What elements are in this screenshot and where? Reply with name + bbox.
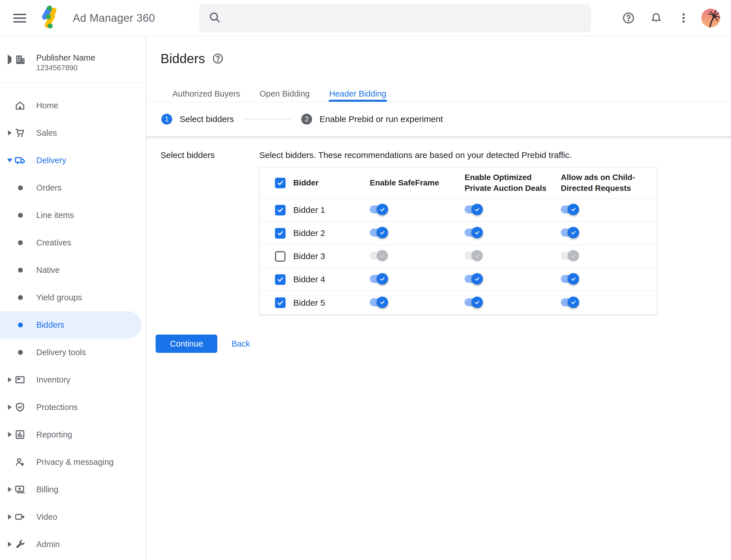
truck-icon	[14, 155, 26, 166]
expand-arrow-icon[interactable]	[7, 130, 13, 135]
sidebar-item-admin[interactable]: Admin	[0, 531, 146, 558]
notifications-icon[interactable]	[648, 10, 664, 26]
bidder-name: Bidder 2	[293, 228, 325, 238]
sidebar-item-delivery[interactable]: Delivery	[0, 147, 146, 174]
column-header-safeframe: Enable SafeFrame	[370, 177, 464, 188]
sidebar-item-billing[interactable]: Billing	[0, 476, 146, 503]
app-title: Ad Manager 360	[73, 0, 155, 36]
step-label: Select bidders	[180, 114, 234, 124]
select-all-checkbox[interactable]	[275, 178, 286, 188]
wrench-icon	[14, 539, 26, 550]
more-options-icon[interactable]	[676, 10, 692, 26]
bidder-name: Bidder 1	[293, 205, 325, 215]
bidder-name: Bidder 3	[293, 251, 325, 261]
expand-arrow-icon[interactable]	[7, 377, 13, 382]
optimized-deals-toggle[interactable]	[464, 297, 483, 308]
help-icon[interactable]	[212, 53, 224, 65]
bullet-icon	[18, 185, 23, 190]
sidebar-item-creatives[interactable]: Creatives	[0, 229, 146, 256]
sidebar-item-reporting[interactable]: Reporting	[0, 421, 146, 448]
safeframe-toggle[interactable]	[370, 204, 388, 215]
video-icon	[14, 511, 26, 523]
expand-arrow-icon[interactable]	[7, 405, 13, 410]
expand-arrow-icon[interactable]	[8, 57, 11, 62]
child-directed-toggle[interactable]	[561, 250, 579, 261]
avatar[interactable]	[701, 9, 720, 27]
sidebar-item-protections[interactable]: Protections	[0, 393, 146, 421]
expand-arrow-icon[interactable]	[7, 542, 13, 547]
step-label: Enable Prebid or run experiment	[320, 114, 443, 124]
bullet-icon	[18, 268, 23, 273]
expand-arrow-icon[interactable]	[7, 514, 13, 519]
bidder-checkbox[interactable]	[275, 251, 286, 262]
continue-button[interactable]: Continue	[156, 335, 217, 353]
sidebar-item-privacy-messaging[interactable]: Privacy & messaging	[0, 448, 146, 476]
select-bidders-description: Select bidders. These recommendations ar…	[259, 150, 572, 160]
main-content: Bidders Authorized Buyers Open Bidding H…	[146, 36, 731, 560]
table-header-row: Bidder Enable SafeFrame Enable Optimized…	[260, 167, 657, 199]
child-directed-toggle[interactable]	[561, 204, 579, 215]
optimized-deals-toggle[interactable]	[464, 273, 483, 285]
table-row: Bidder 4	[260, 268, 657, 291]
help-icon[interactable]	[620, 10, 636, 26]
search-icon	[208, 11, 221, 25]
tab-authorized-buyers[interactable]: Authorized Buyers	[172, 86, 241, 102]
safeframe-toggle[interactable]	[370, 297, 388, 308]
menu-icon[interactable]	[13, 11, 28, 25]
bidder-name: Bidder 4	[293, 275, 325, 284]
bullet-icon	[18, 213, 23, 218]
sidebar-item-line-items[interactable]: Line items	[0, 201, 146, 229]
sidebar-item-yield-groups[interactable]: Yield groups	[0, 284, 146, 311]
publisher-id: 1234567890	[36, 63, 95, 73]
child-directed-toggle[interactable]	[561, 273, 579, 285]
search-input[interactable]	[199, 4, 591, 32]
app-bar-actions	[620, 0, 720, 36]
table-row: Bidder 2	[260, 222, 657, 245]
safeframe-toggle[interactable]	[370, 227, 388, 238]
expand-arrow-icon[interactable]	[7, 432, 13, 437]
ad-manager-logo-icon	[40, 5, 62, 31]
building-icon	[14, 54, 26, 67]
sidebar-item-video[interactable]: Video	[0, 503, 146, 531]
step-enable-prebid: 2 Enable Prebid or run experiment	[301, 114, 443, 125]
bullet-icon	[18, 295, 23, 300]
ad-manager-page: Ad Manager 360	[0, 0, 731, 560]
tab-open-bidding[interactable]: Open Bidding	[259, 86, 311, 102]
cart-icon	[14, 127, 26, 139]
bullet-icon	[18, 240, 23, 245]
bidder-checkbox[interactable]	[275, 205, 286, 215]
chart-icon	[14, 429, 26, 440]
sidebar: Publisher Name 1234567890 Home	[0, 36, 146, 560]
sidebar-item-delivery-tools[interactable]: Delivery tools	[0, 339, 146, 366]
sidebar-item-sales[interactable]: Sales	[0, 119, 146, 147]
safeframe-toggle[interactable]	[370, 250, 388, 261]
home-icon	[14, 100, 26, 111]
optimized-deals-toggle[interactable]	[464, 250, 483, 261]
select-bidders-label: Select bidders	[161, 150, 215, 160]
form-actions: Continue Back	[156, 335, 250, 353]
sidebar-item-home[interactable]: Home	[0, 92, 146, 119]
child-directed-toggle[interactable]	[561, 297, 579, 308]
safeframe-toggle[interactable]	[370, 273, 388, 285]
optimized-deals-toggle[interactable]	[464, 204, 483, 215]
step-select-bidders: 1 Select bidders	[161, 114, 234, 125]
sidebar-item-bidders[interactable]: Bidders	[0, 311, 146, 339]
publisher-account[interactable]: Publisher Name 1234567890	[0, 36, 146, 83]
expand-arrow-icon[interactable]	[7, 487, 13, 492]
optimized-deals-toggle[interactable]	[464, 227, 483, 238]
tab-header-bidding[interactable]: Header Bidding	[329, 86, 387, 102]
back-button[interactable]: Back	[232, 339, 250, 349]
table-row: Bidder 1	[260, 199, 657, 222]
table-row: Bidder 3	[260, 245, 657, 268]
sidebar-item-native[interactable]: Native	[0, 256, 146, 284]
child-directed-toggle[interactable]	[561, 227, 579, 238]
column-header-child-directed: Allow ads on Child- Directed Requests	[561, 172, 657, 194]
bullet-icon	[18, 323, 23, 327]
app-bar: Ad Manager 360	[0, 0, 731, 36]
collapse-arrow-icon[interactable]	[7, 159, 13, 162]
bidder-checkbox[interactable]	[275, 228, 286, 239]
bidder-checkbox[interactable]	[275, 297, 286, 308]
bidder-checkbox[interactable]	[275, 274, 286, 285]
sidebar-item-orders[interactable]: Orders	[0, 174, 146, 201]
sidebar-item-inventory[interactable]: Inventory	[0, 366, 146, 393]
